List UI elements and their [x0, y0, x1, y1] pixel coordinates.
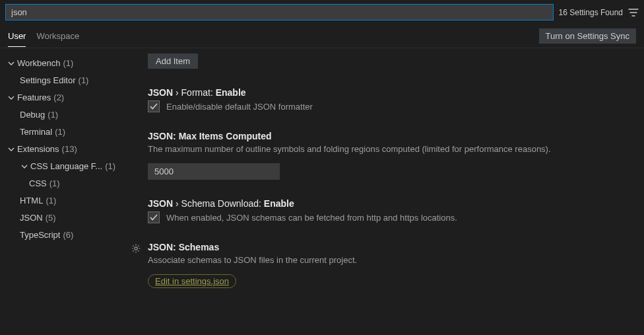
- sidebar-item-typescript[interactable]: TypeScript (6): [7, 227, 128, 244]
- sidebar-label: Features: [17, 91, 51, 105]
- sidebar-item-settings-editor[interactable]: Settings Editor (1): [7, 72, 128, 89]
- sidebar-label: Debug: [20, 108, 45, 122]
- title-prefix: JSON: [148, 87, 173, 98]
- setting-title: JSON: Max Items Computed: [148, 131, 631, 141]
- sidebar-count: (1): [79, 73, 89, 88]
- sidebar-count: (1): [48, 108, 58, 122]
- sidebar-item-features[interactable]: Features (2): [7, 89, 128, 106]
- chevron-down-icon: [20, 163, 29, 170]
- setting-description: The maximum number of outline symbols an…: [148, 144, 631, 154]
- sidebar-item-extensions[interactable]: Extensions (13): [7, 141, 128, 158]
- sidebar-label: CSS: [29, 176, 47, 191]
- chevron-down-icon: [7, 146, 16, 153]
- sidebar-label: Extensions: [17, 142, 59, 157]
- setting-description: Enable/disable default JSON formatter: [166, 102, 313, 112]
- settings-search-input[interactable]: [5, 4, 554, 20]
- setting-description: When enabled, JSON schemas can be fetche…: [166, 213, 457, 223]
- tab-user[interactable]: User: [8, 26, 26, 47]
- filter-icon[interactable]: [628, 7, 639, 18]
- settings-sync-button[interactable]: Turn on Settings Sync: [539, 28, 636, 44]
- sidebar-item-html[interactable]: HTML (1): [7, 192, 128, 209]
- svg-point-0: [135, 247, 137, 250]
- title-prefix: JSON: [148, 198, 173, 209]
- checkbox-json-schema-download[interactable]: [148, 211, 160, 223]
- tab-workspace[interactable]: Workspace: [36, 26, 79, 47]
- sidebar-label: TypeScript: [20, 228, 60, 242]
- sidebar-count: (1): [55, 125, 65, 139]
- title-name: Enable: [216, 87, 246, 98]
- sidebar-item-terminal[interactable]: Terminal (1): [7, 124, 128, 141]
- sidebar-item-css-language[interactable]: CSS Language F... (1): [7, 158, 128, 175]
- title-sep: › Format:: [173, 87, 216, 98]
- sidebar-count: (1): [105, 159, 115, 174]
- check-icon: [149, 102, 158, 111]
- check-icon: [149, 213, 158, 222]
- sidebar-item-json[interactable]: JSON (5): [7, 209, 128, 227]
- results-count-text: 16 Settings Found: [559, 8, 623, 17]
- add-item-button[interactable]: Add Item: [148, 54, 198, 69]
- sidebar-count: (6): [63, 228, 73, 242]
- setting-json-schema-download: JSON › Schema Download: Enable When enab…: [132, 198, 631, 223]
- sidebar-label: JSON: [20, 211, 43, 225]
- sidebar-count: (1): [63, 56, 74, 71]
- sidebar-label: Settings Editor: [20, 73, 76, 88]
- sidebar-label: CSS Language F...: [30, 159, 102, 174]
- title-name: Enable: [264, 198, 294, 209]
- chevron-down-icon: [7, 60, 16, 67]
- title-name: Schemas: [176, 242, 219, 252]
- settings-sidebar: Workbench (1) Settings Editor (1) Featur…: [0, 48, 132, 335]
- sidebar-item-debug[interactable]: Debug (1): [7, 106, 128, 124]
- setting-add-item-row: Add Item: [132, 54, 631, 69]
- edit-in-settings-json-link[interactable]: Edit in settings.json: [148, 274, 236, 288]
- sidebar-count: (1): [49, 176, 60, 191]
- sidebar-count: (13): [62, 142, 77, 157]
- gear-icon[interactable]: [132, 243, 141, 254]
- sidebar-item-workbench[interactable]: Workbench (1): [7, 55, 128, 72]
- sidebar-label: Terminal: [20, 125, 52, 139]
- chevron-down-icon: [7, 94, 16, 101]
- setting-json-format-enable: JSON › Format: Enable Enable/disable def…: [132, 87, 631, 112]
- checkbox-json-format-enable[interactable]: [148, 100, 160, 112]
- setting-json-schemas: JSON: Schemas Associate schemas to JSON …: [132, 242, 631, 288]
- setting-title: JSON: Schemas: [148, 242, 631, 252]
- sidebar-item-css[interactable]: CSS (1): [7, 175, 128, 192]
- sidebar-label: Workbench: [17, 56, 61, 71]
- sidebar-count: (1): [46, 194, 56, 208]
- title-name: Max Items Computed: [176, 131, 272, 141]
- sidebar-count: (2): [53, 91, 64, 105]
- setting-title: JSON › Format: Enable: [148, 87, 631, 98]
- scope-tabs-row: User Workspace Turn on Settings Sync: [0, 24, 644, 48]
- max-items-input[interactable]: [148, 163, 280, 180]
- sidebar-label: HTML: [20, 194, 43, 208]
- sidebar-count: (5): [46, 211, 56, 225]
- setting-json-max-items: JSON: Max Items Computed The maximum num…: [132, 131, 631, 180]
- settings-content: Add Item JSON › Format: Enable Enable/di…: [132, 48, 644, 335]
- setting-description: Associate schemas to JSON files in the c…: [148, 255, 631, 265]
- setting-title: JSON › Schema Download: Enable: [148, 198, 631, 209]
- title-prefix: JSON:: [148, 242, 176, 252]
- search-bar: 16 Settings Found: [0, 0, 644, 24]
- title-prefix: JSON:: [148, 131, 176, 141]
- title-sep: › Schema Download:: [173, 198, 264, 209]
